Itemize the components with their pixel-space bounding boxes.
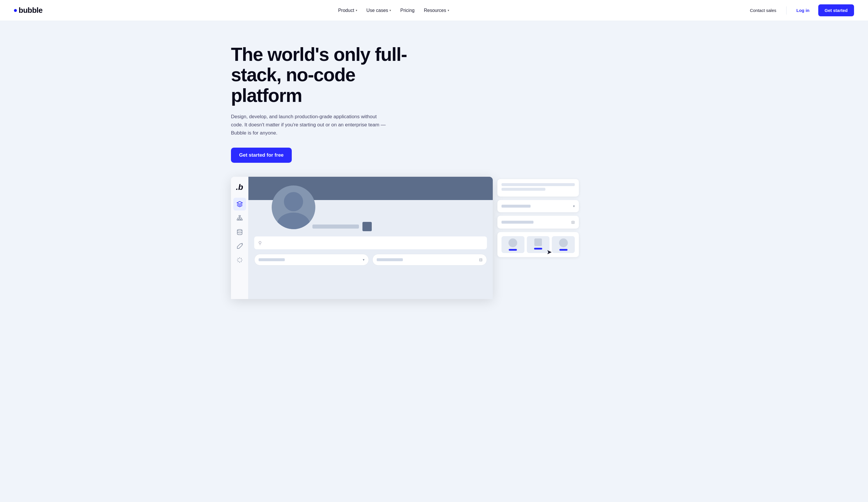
canvas-avatar-area [272, 185, 315, 229]
panel-grid: ➤ [502, 236, 575, 253]
svg-point-9 [237, 230, 242, 231]
b-logo-icon: .b [236, 183, 243, 192]
sidebar-styles-icon[interactable] [233, 240, 246, 252]
nav-item-resources[interactable]: Resources ▾ [420, 6, 453, 16]
svg-rect-1 [237, 219, 238, 220]
canvas-filter-text [377, 258, 403, 261]
navbar-actions: Contact sales Log in Get started [745, 4, 854, 16]
nav-item-pricing[interactable]: Pricing [396, 6, 418, 16]
nav-usecases-label: Use cases [366, 8, 388, 13]
nav-divider [786, 7, 787, 14]
app-preview: .b [231, 177, 637, 299]
sidebar-hierarchy-icon[interactable] [233, 212, 246, 224]
logo-dot [14, 9, 17, 12]
svg-rect-2 [239, 219, 240, 220]
design-tool-icon [237, 201, 243, 207]
canvas-dropdown-arrow-icon: ▾ [363, 258, 364, 262]
editor-container: .b [231, 177, 493, 299]
hero-section: The world's only full-stack, no-code pla… [217, 21, 651, 299]
canvas-filter-button[interactable]: ⊟ [372, 254, 487, 265]
svg-rect-0 [239, 215, 240, 217]
sidebar-design-icon[interactable] [233, 198, 246, 211]
canvas-dropdown-text [259, 258, 285, 261]
product-chevron-icon: ▾ [356, 9, 357, 12]
logo-text: bubble [19, 6, 42, 15]
grid-bar-3 [559, 249, 568, 251]
nav-menu: Product ▾ Use cases ▾ Pricing Resources … [334, 6, 453, 16]
canvas-filter-row: ▾ ⊟ [254, 254, 487, 265]
nav-product-label: Product [338, 8, 354, 13]
database-icon [237, 229, 243, 235]
nav-item-usecases[interactable]: Use cases ▾ [362, 6, 395, 16]
get-started-button[interactable]: Get started [818, 4, 854, 16]
canvas-search-bar[interactable]: ⚲ [254, 237, 487, 249]
panel-dropdown-card[interactable]: ▾ [497, 200, 579, 212]
canvas-dropdown-button[interactable]: ▾ [254, 254, 369, 265]
hero-cta-button[interactable]: Get started for free [231, 148, 292, 163]
panel-dropdown-chevron-icon: ▾ [573, 204, 575, 208]
resources-chevron-icon: ▾ [448, 9, 449, 12]
editor-sidebar: .b [231, 177, 248, 299]
svg-point-11 [277, 213, 310, 229]
usecases-chevron-icon: ▾ [390, 9, 391, 12]
nav-item-product[interactable]: Product ▾ [334, 6, 361, 16]
canvas-avatar-circle [272, 185, 315, 229]
svg-rect-3 [240, 219, 242, 220]
logo-link[interactable]: bubble [14, 6, 42, 15]
panel-placeholder-1a [502, 183, 575, 186]
hero-headline: The world's only full-stack, no-code pla… [231, 44, 411, 106]
grid-circle-3 [559, 239, 568, 247]
navbar: bubble Product ▾ Use cases ▾ Pricing Res… [0, 0, 868, 21]
panel-grid-item-3[interactable] [552, 236, 575, 253]
canvas-name-bar [312, 222, 372, 231]
nav-resources-label: Resources [424, 8, 446, 13]
panel-grid-item-1[interactable] [502, 236, 525, 253]
panel-input-row-card[interactable]: ⊟ [497, 216, 579, 229]
paintbrush-icon [237, 243, 243, 249]
panel-grid-card: ➤ [497, 232, 579, 257]
svg-point-10 [284, 192, 303, 211]
sidebar-database-icon[interactable] [233, 226, 246, 239]
panel-dropdown-text [502, 205, 530, 208]
editor-logo-icon: .b [234, 181, 246, 193]
hero-subtext: Design, develop, and launch production-g… [231, 113, 388, 137]
canvas-name-placeholder [312, 224, 359, 229]
sidebar-plugin-icon[interactable] [233, 254, 246, 267]
panel-grid-item-2[interactable]: ➤ [527, 236, 550, 253]
panel-input-bar [502, 221, 534, 224]
nav-pricing-label: Pricing [400, 8, 414, 13]
plugin-icon [237, 257, 243, 263]
panel-filter-sliders-icon: ⊟ [571, 220, 575, 224]
hierarchy-icon [237, 215, 243, 221]
panel-card-1 [497, 179, 579, 197]
grid-circle-1 [508, 239, 517, 247]
canvas-filter-sliders-icon: ⊟ [479, 258, 483, 262]
grid-square-2 [534, 239, 542, 246]
grid-bar-1 [509, 249, 517, 251]
avatar-svg [272, 185, 315, 229]
grid-bar-2 [534, 248, 542, 250]
login-button[interactable]: Log in [791, 5, 815, 16]
right-panel: ▾ ⊟ [497, 177, 579, 257]
contact-sales-button[interactable]: Contact sales [745, 5, 782, 16]
canvas-name-box [362, 222, 372, 231]
cursor-icon: ➤ [547, 249, 552, 255]
editor-canvas: ⚲ ▾ ⊟ [248, 177, 493, 299]
canvas-search-icon: ⚲ [258, 240, 262, 246]
panel-placeholder-1b [502, 188, 545, 191]
